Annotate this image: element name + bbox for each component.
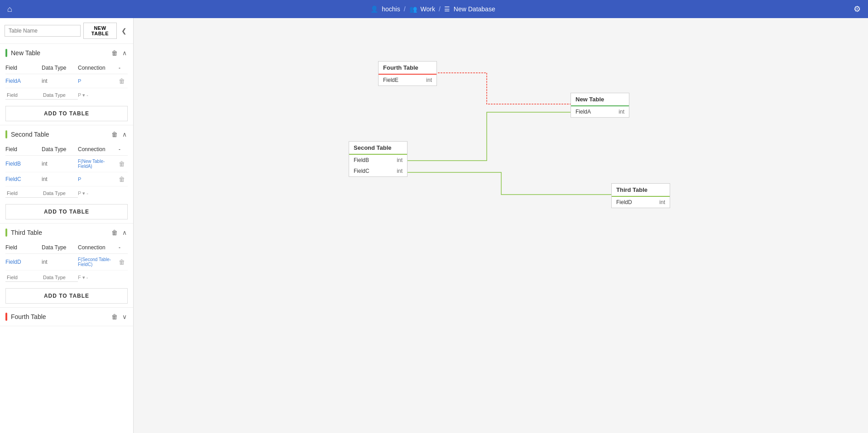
canvas-table-third[interactable]: Third Table FieldD int — [611, 183, 670, 208]
canvas-table-second[interactable]: Second Table FieldB int FieldC int — [349, 141, 408, 177]
new-field-name-new-table[interactable] — [5, 91, 42, 100]
table-section-new-table: New Table 🗑 ∧ Field Data Type Connection… — [0, 44, 133, 125]
col-field-3: Field — [5, 244, 42, 251]
table-section-third-table: Third Table 🗑 ∧ Field Data Type Connecti… — [0, 224, 133, 308]
collapse-table-new-table[interactable]: ∧ — [121, 48, 128, 57]
collapse-table-third-table[interactable]: ∧ — [121, 228, 128, 237]
col-data-type-3: Data Type — [42, 244, 78, 251]
ct-field-fielda: FieldA — [575, 109, 591, 115]
table-name-second-table: Second Table — [11, 131, 49, 138]
collapse-table-fourth-table[interactable]: ∨ — [121, 312, 128, 321]
table-header-actions: 🗑 ∧ — [110, 48, 128, 57]
table-color-bar-third-table — [5, 228, 7, 237]
canvas-area[interactable]: Fourth Table FieldE int New Table FieldA… — [134, 18, 868, 433]
table-name-third-table: Third Table — [11, 229, 42, 236]
new-field-type-second-table[interactable] — [42, 189, 78, 198]
delete-table-new-table[interactable]: 🗑 — [110, 48, 119, 57]
canvas-table-header-second: Second Table — [349, 142, 407, 155]
add-field-row-second-table: P ▾ - — [5, 186, 128, 200]
ct-type-fieldb: int — [397, 157, 403, 163]
delete-table-third-table[interactable]: 🗑 — [110, 228, 119, 237]
field-conn-fielda: P — [78, 78, 119, 84]
username: hochis — [382, 5, 400, 13]
fields-table-second-table: Field Data Type Connection - FieldB int … — [0, 143, 133, 200]
table-header-actions-4: 🗑 ∨ — [110, 312, 128, 321]
delete-field-fieldc[interactable]: 🗑 — [119, 176, 128, 183]
canvas-table-row-fielde: FieldE int — [379, 75, 436, 86]
field-type-fielda: int — [42, 78, 78, 84]
delete-field-fieldb[interactable]: 🗑 — [119, 160, 128, 167]
new-field-conn-new-table: P ▾ - — [78, 92, 105, 98]
delete-field-fieldd[interactable]: 🗑 — [119, 258, 128, 266]
col-minus: - — [119, 65, 128, 71]
canvas-table-fourth[interactable]: Fourth Table FieldE int — [378, 61, 437, 86]
canvas-table-row-fieldc: FieldC int — [349, 166, 407, 176]
home-icon[interactable]: ⌂ — [7, 5, 12, 14]
ct-field-fielde: FieldE — [383, 77, 398, 83]
fields-header-new-table: Field Data Type Connection - — [5, 62, 128, 74]
ct-type-fieldc: int — [397, 168, 403, 174]
new-field-type-third-table[interactable] — [42, 273, 78, 282]
table-name-new-table: New Table — [11, 49, 40, 57]
team-name: Work — [421, 5, 435, 13]
ct-type-fieldd: int — [659, 199, 665, 205]
add-field-row-new-table: P ▾ - — [5, 88, 128, 102]
table-header-left-2: Second Table — [5, 130, 49, 138]
collapse-sidebar-icon[interactable]: ❮ — [120, 25, 129, 36]
ct-type-fielde: int — [426, 77, 432, 83]
ct-type-fielda: int — [619, 109, 624, 115]
table-section-second-table: Second Table 🗑 ∧ Field Data Type Connect… — [0, 125, 133, 224]
main-layout: NEW TABLE ❮ New Table 🗑 ∧ Field Data Typ… — [0, 18, 868, 433]
table-section-header-new-table: New Table 🗑 ∧ — [0, 44, 133, 62]
col-field-2: Field — [5, 146, 42, 152]
db-icon: ☰ — [444, 5, 450, 13]
col-field: Field — [5, 65, 42, 71]
ct-field-fieldc: FieldC — [354, 168, 369, 174]
add-to-table-third-table[interactable]: ADD TO TABLE — [5, 288, 128, 304]
new-field-conn-second-table: P ▾ - — [78, 190, 105, 196]
delete-field-fielda[interactable]: 🗑 — [119, 77, 128, 85]
add-to-table-new-table[interactable]: ADD TO TABLE — [5, 106, 128, 121]
table-section-header-third-table: Third Table 🗑 ∧ — [0, 224, 133, 242]
field-type-fieldd: int — [42, 259, 78, 265]
new-field-name-second-table[interactable] — [5, 189, 42, 198]
canvas-table-header-third: Third Table — [612, 184, 670, 197]
separator-1: / — [404, 5, 406, 13]
fields-table-third-table: Field Data Type Connection - FieldD int … — [0, 242, 133, 285]
add-to-table-second-table[interactable]: ADD TO TABLE — [5, 204, 128, 219]
table-color-bar-new-table — [5, 49, 7, 57]
col-connection-2: Connection — [78, 146, 119, 152]
delete-table-second-table[interactable]: 🗑 — [110, 130, 119, 139]
sidebar: NEW TABLE ❮ New Table 🗑 ∧ Field Data Typ… — [0, 18, 134, 433]
settings-icon[interactable]: ⚙ — [854, 4, 861, 14]
field-conn-fieldc: P — [78, 176, 119, 182]
field-type-fieldb: int — [42, 161, 78, 167]
table-section-header-second-table: Second Table 🗑 ∧ — [0, 125, 133, 143]
field-name-fielda: FieldA — [5, 78, 42, 84]
field-name-fieldc: FieldC — [5, 176, 42, 182]
col-connection-3: Connection — [78, 244, 119, 251]
table-header-left-3: Third Table — [5, 228, 42, 237]
new-field-type-new-table[interactable] — [42, 91, 78, 100]
user-icon: 👤 — [370, 5, 378, 13]
field-conn-fieldd: F(Second Table-FieldC) — [78, 257, 119, 267]
field-name-fieldb: FieldB — [5, 161, 42, 167]
new-field-name-third-table[interactable] — [5, 273, 42, 282]
table-section-header-fourth-table: Fourth Table 🗑 ∨ — [0, 308, 133, 326]
table-name-input[interactable] — [5, 25, 81, 37]
field-row-fieldd: FieldD int F(Second Table-FieldC) 🗑 — [5, 254, 128, 271]
field-type-fieldc: int — [42, 176, 78, 182]
delete-table-fourth-table[interactable]: 🗑 — [110, 312, 119, 321]
col-minus-2: - — [119, 146, 128, 152]
col-minus-3: - — [119, 244, 128, 251]
new-table-button[interactable]: NEW TABLE — [83, 23, 117, 39]
canvas-table-new[interactable]: New Table FieldA int — [571, 93, 629, 118]
field-row-fieldb: FieldB int F(New Table-FieldA) 🗑 — [5, 156, 128, 172]
fields-header-second-table: Field Data Type Connection - — [5, 143, 128, 156]
canvas-table-header-fourth: Fourth Table — [379, 62, 436, 75]
table-header-left-4: Fourth Table — [5, 313, 46, 321]
fields-header-third-table: Field Data Type Connection - — [5, 242, 128, 254]
canvas-table-row-fieldd: FieldD int — [612, 197, 670, 208]
breadcrumb: 👤 hochis / 👥 Work / ☰ New Database — [370, 5, 495, 13]
collapse-table-second-table[interactable]: ∧ — [121, 130, 128, 139]
